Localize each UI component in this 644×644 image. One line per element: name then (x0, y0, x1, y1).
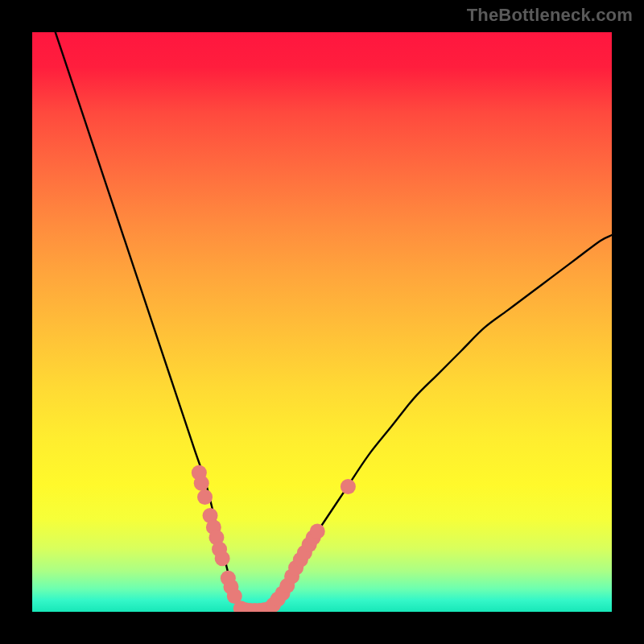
bottleneck-curve (56, 32, 612, 612)
data-marker (310, 523, 325, 539)
data-marker (215, 551, 230, 566)
plot-area (32, 32, 612, 612)
data-marker (194, 476, 209, 491)
curve-markers (192, 465, 356, 612)
chart-frame: TheBottleneck.com (0, 0, 644, 644)
data-marker (341, 479, 356, 494)
chart-svg (32, 32, 612, 612)
data-marker (197, 489, 213, 505)
watermark-text: TheBottleneck.com (467, 5, 633, 26)
